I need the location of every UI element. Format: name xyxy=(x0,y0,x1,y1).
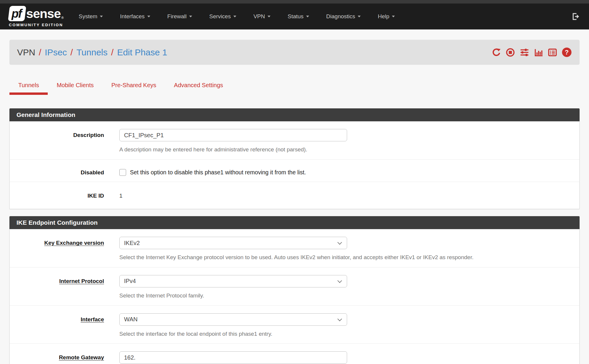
disabled-label: Disabled xyxy=(10,167,119,176)
internet-protocol-label: Internet Protocol xyxy=(10,275,119,300)
breadcrumb: VPN / IPsec / Tunnels / Edit Phase 1 xyxy=(9,40,580,65)
interface-select[interactable]: WAN xyxy=(119,313,347,326)
description-input[interactable] xyxy=(119,129,347,141)
breadcrumb-link-edit-phase-1[interactable]: Edit Phase 1 xyxy=(117,47,167,57)
chevron-down-icon xyxy=(268,16,270,17)
chevron-down-icon xyxy=(358,16,361,17)
nav-item-interfaces[interactable]: Interfaces xyxy=(111,4,159,29)
description-label: Description xyxy=(10,129,119,153)
chevron-down-icon xyxy=(337,278,342,283)
svg-text:?: ? xyxy=(565,49,569,56)
main-navbar: pf sense ® COMMUNITY EDITION System Inte… xyxy=(0,4,589,29)
ike-id-label: IKE ID xyxy=(10,190,119,199)
nav-menu: System Interfaces Firewall Services VPN … xyxy=(70,4,403,29)
remote-gateway-row: Remote Gateway Enter the public IP addre… xyxy=(10,343,579,364)
internet-protocol-select[interactable]: IPv4 xyxy=(119,275,347,287)
remote-gateway-label: Remote Gateway xyxy=(10,351,119,364)
key-exchange-select[interactable]: IKEv2 xyxy=(119,237,347,249)
nav-item-services[interactable]: Services xyxy=(201,4,245,29)
key-exchange-help: Select the Internet Key Exchange protoco… xyxy=(119,254,572,261)
chevron-down-icon xyxy=(189,16,192,17)
breadcrumb-separator: / xyxy=(39,47,41,57)
chevron-down-icon xyxy=(100,16,103,17)
tab-advanced-settings[interactable]: Advanced Settings xyxy=(165,78,232,95)
nav-item-firewall[interactable]: Firewall xyxy=(159,4,201,29)
internet-protocol-help: Select the Internet Protocol family. xyxy=(119,292,572,300)
ike-id-row: IKE ID 1 xyxy=(10,182,579,209)
interface-row: Interface WAN Select the interface for t… xyxy=(10,305,579,344)
remote-gateway-input[interactable] xyxy=(119,351,347,364)
disabled-checkbox-text: Set this option to disable this phase1 w… xyxy=(130,169,306,176)
disabled-checkbox[interactable] xyxy=(119,169,126,176)
chevron-down-icon xyxy=(233,16,236,17)
help-icon[interactable]: ? xyxy=(562,47,572,57)
internet-protocol-row: Internet Protocol IPv4 Select the Intern… xyxy=(10,267,579,305)
breadcrumb-separator: / xyxy=(111,47,113,57)
stop-circle-icon[interactable] xyxy=(506,48,515,57)
pf-logo-mark: pf xyxy=(8,6,26,21)
refresh-icon[interactable] xyxy=(492,48,501,57)
nav-item-system[interactable]: System xyxy=(70,4,111,29)
sign-out-icon xyxy=(571,12,580,21)
tab-mobile-clients[interactable]: Mobile Clients xyxy=(48,78,103,95)
panel-title: IKE Endpoint Configuration xyxy=(9,216,580,229)
registered-mark: ® xyxy=(61,16,64,19)
breadcrumb-separator: / xyxy=(70,47,73,57)
key-exchange-row: Key Exchange version IKEv2 Select the In… xyxy=(10,229,579,267)
description-row: Description A description may be entered… xyxy=(10,121,579,159)
description-help: A description may be entered here for ad… xyxy=(119,146,572,153)
nav-item-diagnostics[interactable]: Diagnostics xyxy=(318,4,369,29)
chevron-down-icon xyxy=(147,16,150,17)
breadcrumb-link-ipsec[interactable]: IPsec xyxy=(45,47,67,57)
logo-subtitle: COMMUNITY EDITION xyxy=(9,23,64,27)
page-action-icons: ? xyxy=(492,47,572,57)
chevron-down-icon xyxy=(337,317,342,321)
bar-chart-icon[interactable] xyxy=(534,48,543,57)
ike-id-value: 1 xyxy=(119,190,572,199)
ike-endpoint-panel: IKE Endpoint Configuration Key Exchange … xyxy=(9,216,580,364)
page-content: VPN / IPsec / Tunnels / Edit Phase 1 xyxy=(0,40,589,364)
key-exchange-label: Key Exchange version xyxy=(10,237,119,261)
logo-text: sense xyxy=(26,6,61,21)
chevron-down-icon xyxy=(306,16,309,17)
logout-button[interactable] xyxy=(571,12,580,21)
interface-label: Interface xyxy=(10,313,119,338)
window-top-strip xyxy=(0,0,589,4)
log-list-icon[interactable] xyxy=(548,48,557,57)
disabled-row: Disabled Set this option to disable this… xyxy=(10,159,579,182)
chevron-down-icon xyxy=(392,16,395,17)
breadcrumb-root: VPN xyxy=(17,47,35,57)
nav-item-status[interactable]: Status xyxy=(279,4,318,29)
tab-pre-shared-keys[interactable]: Pre-Shared Keys xyxy=(103,78,165,95)
nav-item-vpn[interactable]: VPN xyxy=(245,4,279,29)
chevron-down-icon xyxy=(337,240,342,245)
tab-tunnels[interactable]: Tunnels xyxy=(9,78,48,95)
interface-help: Select the interface for the local endpo… xyxy=(119,330,572,338)
tab-bar: Tunnels Mobile Clients Pre-Shared Keys A… xyxy=(9,78,580,95)
pfsense-logo[interactable]: pf sense ® COMMUNITY EDITION xyxy=(9,6,64,27)
nav-item-help[interactable]: Help xyxy=(369,4,403,29)
sliders-icon[interactable] xyxy=(519,48,529,57)
panel-title: General Information xyxy=(9,108,580,121)
general-information-panel: General Information Description A descri… xyxy=(9,108,580,209)
breadcrumb-link-tunnels[interactable]: Tunnels xyxy=(76,47,108,57)
